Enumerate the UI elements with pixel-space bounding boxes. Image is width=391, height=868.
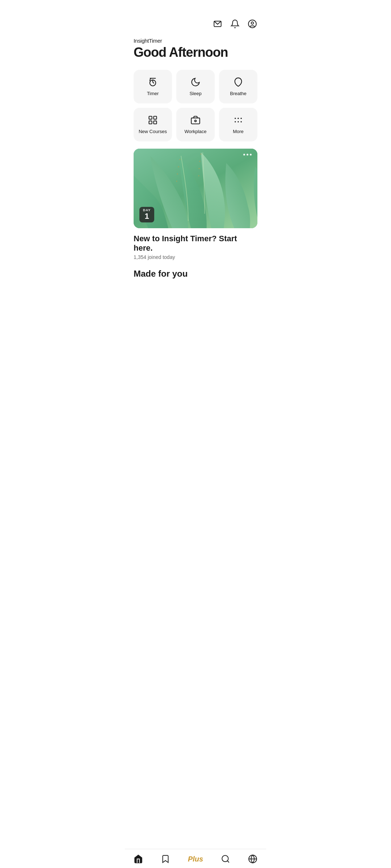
sleep-icon <box>190 77 201 87</box>
breathe-icon <box>233 77 243 87</box>
greeting-text: Good Afternoon <box>134 45 257 60</box>
svg-point-9 <box>195 120 197 122</box>
svg-point-1 <box>248 20 256 28</box>
app-name: InsightTimer <box>134 38 257 44</box>
card-options[interactable] <box>243 154 252 156</box>
new-courses-label: New Courses <box>139 129 167 134</box>
mail-icon[interactable] <box>213 19 223 29</box>
more-button[interactable]: More <box>219 108 257 141</box>
svg-rect-8 <box>191 118 199 124</box>
breathe-button[interactable]: Breathe <box>219 70 257 103</box>
svg-point-14 <box>237 121 239 123</box>
svg-rect-4 <box>149 116 152 119</box>
workplace-button[interactable]: Workplace <box>176 108 215 141</box>
svg-rect-5 <box>154 116 156 119</box>
svg-point-2 <box>251 22 254 25</box>
made-for-you-title: Made for you <box>125 263 266 282</box>
breathe-label: Breathe <box>230 91 247 96</box>
sleep-label: Sleep <box>189 91 201 96</box>
day-badge: DAY 1 <box>139 207 154 222</box>
courses-icon <box>148 115 158 125</box>
svg-point-17 <box>180 159 181 160</box>
new-courses-button[interactable]: New Courses <box>134 108 172 141</box>
svg-point-24 <box>198 175 199 176</box>
svg-point-18 <box>178 166 179 167</box>
quick-actions-grid: Timer Sleep Breathe New Courses Workplac… <box>125 70 266 141</box>
svg-point-23 <box>199 168 200 169</box>
user-icon[interactable] <box>247 19 257 29</box>
svg-point-11 <box>237 118 239 119</box>
svg-point-12 <box>240 118 242 119</box>
featured-card[interactable]: DAY 1 <box>134 149 257 228</box>
svg-point-15 <box>240 121 242 123</box>
timer-icon <box>148 77 158 87</box>
card-info: New to Insight Timer? Start here. 1,354 … <box>125 234 266 263</box>
svg-point-10 <box>235 118 236 119</box>
workplace-label: Workplace <box>184 129 206 134</box>
timer-label: Timer <box>147 91 159 96</box>
svg-point-19 <box>177 173 178 174</box>
sleep-button[interactable]: Sleep <box>176 70 215 103</box>
bell-icon[interactable] <box>230 19 240 29</box>
more-label: More <box>233 129 244 134</box>
svg-point-22 <box>199 161 201 162</box>
card-title: New to Insight Timer? Start here. <box>134 234 257 253</box>
workplace-icon <box>190 115 201 125</box>
card-subtitle: 1,354 joined today <box>134 254 257 260</box>
svg-point-21 <box>201 153 202 154</box>
more-icon <box>233 115 243 125</box>
svg-point-13 <box>235 121 236 123</box>
day-number: 1 <box>143 212 151 221</box>
timer-button[interactable]: Timer <box>134 70 172 103</box>
svg-rect-7 <box>154 121 156 124</box>
svg-point-20 <box>176 180 177 182</box>
svg-rect-6 <box>149 121 152 124</box>
